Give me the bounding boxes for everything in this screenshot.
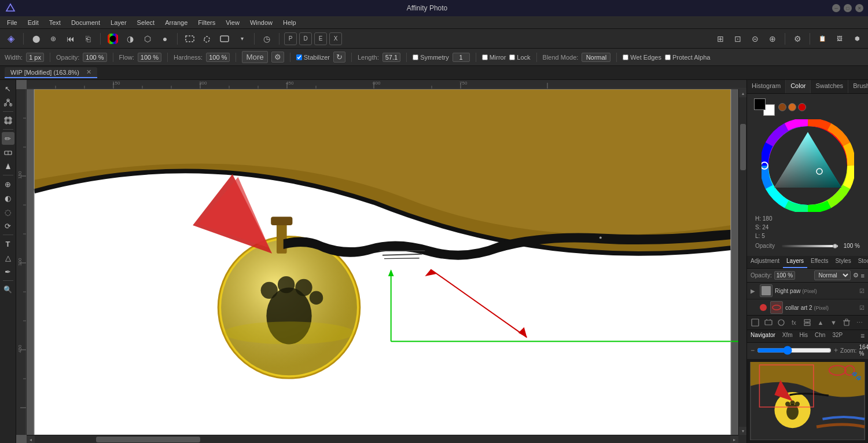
tab-brushes[interactable]: Brushes bbox=[848, 80, 868, 93]
protect-alpha-check[interactable]: Protect Alpha bbox=[665, 54, 710, 61]
delete-layer-btn[interactable] bbox=[841, 317, 852, 328]
more-btn[interactable]: More bbox=[242, 51, 267, 63]
color-swatch-tan[interactable] bbox=[788, 103, 796, 111]
tab-chn[interactable]: Chn bbox=[811, 330, 829, 342]
sel-mask-btn[interactable] bbox=[217, 31, 232, 46]
zoom-in-btn[interactable]: + bbox=[834, 346, 838, 354]
tab-32p[interactable]: 32P bbox=[829, 330, 846, 342]
layers-toggle-btn2[interactable]: 🖼 bbox=[832, 31, 847, 46]
context-btn3[interactable]: ⊝ bbox=[748, 31, 763, 46]
context-btn1[interactable]: ⊞ bbox=[713, 31, 728, 46]
tab-swatches[interactable]: Swatches bbox=[811, 80, 848, 93]
merge-layer-btn[interactable] bbox=[802, 317, 812, 328]
zoom-out-btn[interactable]: − bbox=[751, 346, 755, 354]
v-scrollbar-thumb[interactable] bbox=[740, 124, 746, 170]
crop-tool-btn[interactable] bbox=[2, 114, 14, 127]
color-wheel-container[interactable] bbox=[762, 119, 854, 212]
color-swatch-red[interactable] bbox=[798, 103, 806, 111]
v-scroll-up[interactable]: ▴ bbox=[739, 89, 746, 97]
history-btn[interactable]: ◷ bbox=[259, 31, 274, 46]
fill-circle-btn[interactable]: ● bbox=[157, 31, 172, 46]
dodge-tool-btn[interactable]: ◐ bbox=[2, 192, 14, 204]
menu-view[interactable]: View bbox=[221, 18, 244, 27]
tab-xfm[interactable]: Xfm bbox=[779, 330, 796, 342]
blur-tool-btn[interactable]: ◌ bbox=[2, 206, 14, 218]
blend-mode-select[interactable]: Normal Multiply Screen Overlay bbox=[814, 270, 851, 280]
tab-effects[interactable]: Effects bbox=[807, 256, 832, 268]
zoom-slider[interactable] bbox=[757, 346, 832, 355]
nav-more-btn[interactable]: ≡ bbox=[857, 330, 868, 342]
sel-freehand-btn[interactable] bbox=[200, 31, 215, 46]
paint-brush-btn[interactable]: ✏ bbox=[2, 132, 14, 145]
menu-help[interactable]: Help bbox=[278, 18, 301, 27]
lock-check[interactable]: Lock bbox=[509, 54, 530, 61]
persona-btn1[interactable]: P bbox=[284, 32, 297, 45]
v-scrollbar[interactable]: ▴ ▾ bbox=[738, 89, 746, 435]
tab-stock[interactable]: Stock bbox=[855, 256, 868, 268]
color-swatch-brown[interactable] bbox=[778, 103, 786, 111]
menu-filters[interactable]: Filters bbox=[193, 18, 220, 27]
doc-tab-close[interactable]: ✕ bbox=[86, 68, 91, 76]
tab-layers[interactable]: Layers bbox=[783, 256, 807, 268]
fg-color[interactable] bbox=[754, 98, 766, 110]
context-btn2[interactable]: ⊡ bbox=[730, 31, 745, 46]
persona-btn3[interactable]: E bbox=[314, 32, 327, 45]
length-value[interactable]: 57.1 bbox=[382, 53, 400, 62]
share-btn[interactable]: ⎗ bbox=[80, 31, 95, 46]
pointer-tool-btn[interactable]: ↖ bbox=[2, 82, 14, 95]
h-scrollbar[interactable]: ◂ ▸ bbox=[27, 435, 738, 443]
erase-tool-btn[interactable] bbox=[2, 146, 14, 159]
more-settings-btn[interactable]: ⚙ bbox=[271, 52, 284, 63]
persona-btn4[interactable]: X bbox=[329, 32, 342, 45]
flow-value[interactable]: 100 % bbox=[138, 53, 161, 62]
layer-opacity-value[interactable]: 100 % bbox=[774, 271, 795, 280]
shape-tool-btn[interactable]: △ bbox=[2, 251, 14, 264]
menu-window[interactable]: Window bbox=[245, 18, 277, 27]
close-btn[interactable]: ✕ bbox=[855, 4, 863, 12]
menu-document[interactable]: Document bbox=[67, 18, 105, 27]
tab-adjustment[interactable]: Adjustment bbox=[747, 256, 783, 268]
fx-layer-btn[interactable]: fx bbox=[789, 317, 800, 328]
group-layer-btn[interactable] bbox=[763, 317, 774, 328]
wet-edges-check[interactable]: Wet Edges bbox=[623, 54, 661, 61]
tab-styles[interactable]: Styles bbox=[832, 256, 854, 268]
move-up-btn[interactable]: ▲ bbox=[815, 317, 826, 328]
layer-more-icon[interactable]: ≡ bbox=[861, 272, 865, 279]
mask-arrow-btn[interactable]: ▾ bbox=[234, 31, 249, 46]
prev-frame-btn[interactable]: ⏮ bbox=[63, 31, 78, 46]
layer-vis-right-paw[interactable]: ☑ bbox=[859, 288, 865, 294]
palette-btn[interactable]: ⬡ bbox=[140, 31, 155, 46]
layer-item-right-paw[interactable]: ▶ Right paw (Pixel) ☑ bbox=[747, 283, 868, 299]
canvas-content[interactable] bbox=[27, 89, 738, 435]
settings-layer-btn[interactable]: ⋯ bbox=[855, 317, 865, 328]
menu-edit[interactable]: Edit bbox=[23, 18, 43, 27]
menu-select[interactable]: Select bbox=[133, 18, 160, 27]
fill-tool-btn[interactable] bbox=[2, 160, 14, 173]
settings-btn[interactable]: ⚙ bbox=[790, 31, 805, 46]
menu-text[interactable]: Text bbox=[45, 18, 65, 27]
text-tool-btn[interactable]: T bbox=[2, 237, 14, 250]
zoom-tool-btn[interactable]: 🔍 bbox=[2, 283, 14, 296]
node-tool-btn[interactable] bbox=[2, 96, 14, 109]
document-tab[interactable]: WIP [Modified] (163.8%) ✕ bbox=[5, 67, 97, 78]
menu-file[interactable]: File bbox=[2, 18, 22, 27]
context-btn4[interactable]: ⊕ bbox=[765, 31, 780, 46]
h-scroll-left[interactable]: ◂ bbox=[27, 435, 35, 443]
stabilizer-check[interactable]: Stabilizer bbox=[296, 54, 330, 61]
tab-color[interactable]: Color bbox=[786, 80, 811, 93]
sel-rect-btn[interactable] bbox=[182, 31, 197, 46]
hardness-value[interactable]: 100 % bbox=[206, 53, 230, 62]
symmetry-value[interactable]: 1 bbox=[453, 53, 470, 62]
persona-btn2[interactable]: D bbox=[299, 32, 312, 45]
opacity-value[interactable]: 100 % bbox=[83, 53, 106, 62]
maximize-btn[interactable]: □ bbox=[844, 4, 852, 12]
paint-bucket-btn[interactable]: ⊕ bbox=[46, 31, 61, 46]
layer-settings-icon[interactable]: ⚙ bbox=[853, 272, 859, 279]
layer-item-collar-art-2[interactable]: collar art 2 (Pixel) ☑ bbox=[747, 299, 868, 315]
width-value[interactable]: 1 px bbox=[26, 53, 44, 62]
add-layer-btn[interactable] bbox=[750, 317, 760, 328]
h-scrollbar-thumb[interactable] bbox=[96, 437, 200, 442]
tab-navigator[interactable]: Navigator bbox=[747, 330, 779, 342]
h-scroll-right[interactable]: ▸ bbox=[730, 435, 738, 443]
layers-toggle-btn1[interactable]: 📋 bbox=[815, 31, 830, 46]
